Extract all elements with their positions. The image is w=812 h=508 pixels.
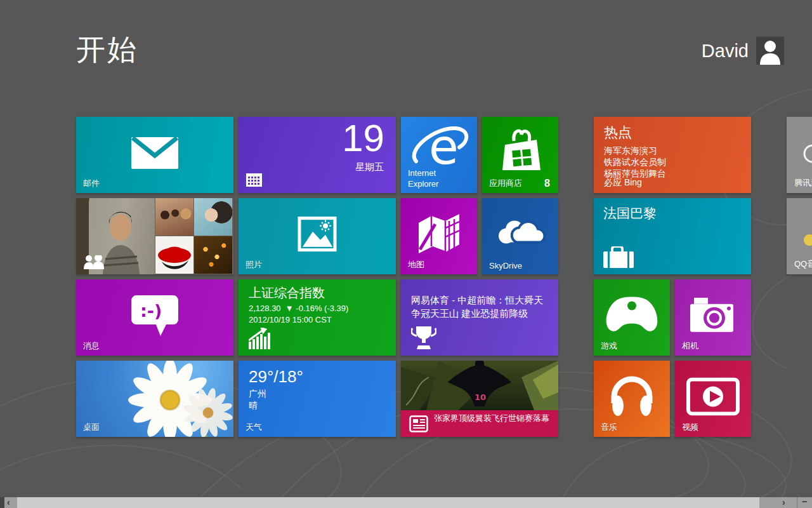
- bing-headline: 海军东海演习: [604, 145, 666, 156]
- skydrive-label: SkyDrive: [489, 261, 522, 271]
- tile-photo-news[interactable]: 10 张家界顶级翼装飞行世锦赛落幕: [401, 361, 558, 437]
- tile-internet-explorer[interactable]: e Internet Explorer: [401, 117, 477, 193]
- scrollbar-divider: [797, 497, 797, 508]
- photo-news-caption-bar: 张家界顶级翼装飞行世锦赛落幕: [401, 410, 558, 437]
- store-label: 应用商店: [489, 178, 522, 189]
- tile-tencent-partial[interactable]: 腾讯新闻: [787, 117, 812, 193]
- qq-music-label: QQ音乐: [794, 258, 812, 270]
- finance-value: 2,128.30: [249, 304, 281, 313]
- camera-label: 相机: [682, 340, 698, 352]
- tile-mail[interactable]: 邮件: [76, 117, 233, 193]
- people-photo-small: [194, 236, 232, 274]
- user-area[interactable]: David: [702, 37, 784, 65]
- tile-video[interactable]: 视频: [675, 361, 751, 437]
- tile-travel[interactable]: 法国巴黎: [594, 198, 751, 274]
- news-icon: [409, 415, 428, 432]
- stock-chart-icon: [249, 328, 274, 349]
- desktop-wallpaper-daisies: [76, 361, 233, 437]
- scrollbar-thumb[interactable]: [17, 497, 759, 508]
- finance-title: 上证综合指数: [249, 284, 325, 302]
- tile-maps[interactable]: 地图: [401, 198, 477, 274]
- svg-text::-): :-): [140, 301, 162, 321]
- store-badge: 8: [544, 178, 550, 189]
- tile-qq-music-partial[interactable]: QQ音乐: [787, 198, 812, 274]
- bing-headline: 铁路试水会员制: [604, 156, 666, 168]
- start-screen: { "header": { "title": "开始", "user_name"…: [0, 0, 812, 508]
- weather-label: 天气: [246, 422, 262, 433]
- weather-city: 广州: [249, 389, 266, 400]
- photos-label: 照片: [246, 259, 262, 271]
- tile-sports-news[interactable]: 网易体育 - 中超前瞻：恒大舜天争冠天王山 建业恐提前降级: [401, 279, 558, 356]
- tile-calendar[interactable]: 19 星期五: [239, 117, 396, 193]
- tile-people[interactable]: [76, 198, 233, 274]
- store-bag-icon: [497, 126, 546, 177]
- travel-title: 法国巴黎: [603, 204, 657, 222]
- tile-bing-news[interactable]: 热点 海军东海演习 铁路试水会员制 杨丽萍告别舞台 必应 Bing: [594, 117, 751, 193]
- weather-temps: 29°/18°: [249, 367, 303, 387]
- skydrive-cloud-icon: [492, 216, 548, 253]
- scrollbar-corner: [0, 497, 4, 508]
- desktop-label: 桌面: [83, 422, 100, 433]
- xbox-controller-icon: [605, 297, 658, 334]
- mail-icon: [131, 137, 178, 169]
- people-photo-small: [155, 198, 193, 236]
- tile-photos[interactable]: 照片: [239, 198, 396, 274]
- bing-title: 热点: [604, 123, 632, 142]
- tile-games[interactable]: 游戏: [594, 279, 670, 356]
- tile-weather[interactable]: 29°/18° 广州 晴 天气: [239, 361, 396, 437]
- user-name: David: [702, 41, 749, 62]
- scroll-left-arrow[interactable]: ‹: [7, 497, 10, 508]
- trophy-icon: [411, 326, 436, 349]
- people-photo-small: [155, 236, 193, 274]
- weather-condition: 晴: [249, 400, 258, 411]
- user-avatar[interactable]: [756, 37, 784, 65]
- tencent-label: 腾讯新闻: [794, 177, 812, 189]
- horizontal-scrollbar[interactable]: ‹ › −: [0, 497, 812, 508]
- photo-news-caption: 张家界顶级翼装飞行世锦赛落幕: [434, 413, 552, 424]
- games-label: 游戏: [601, 340, 617, 352]
- people-icon: [83, 255, 105, 269]
- tile-store[interactable]: 应用商店 8: [482, 117, 558, 193]
- video-player-icon: [686, 377, 740, 415]
- messaging-label: 消息: [83, 340, 100, 352]
- tile-camera[interactable]: 相机: [675, 279, 751, 356]
- qq-music-icon: [802, 222, 812, 248]
- suitcase-icon: [603, 246, 634, 268]
- maps-icon: [416, 213, 462, 255]
- camera-icon: [690, 298, 736, 333]
- people-photo-small: [194, 198, 232, 236]
- tencent-icon: [803, 141, 812, 166]
- svg-text:10: 10: [475, 392, 486, 402]
- tile-messaging[interactable]: :-) 消息: [76, 279, 233, 356]
- scroll-right-arrow[interactable]: ›: [782, 497, 785, 508]
- finance-quote: 2,128.30 ▼ -0.16% (-3.39): [249, 304, 348, 313]
- maps-label: 地图: [408, 259, 424, 271]
- tile-finance[interactable]: 上证综合指数 2,128.30 ▼ -0.16% (-3.39) 2012/10…: [239, 279, 396, 356]
- calendar-icon: [246, 173, 262, 187]
- tile-music[interactable]: 音乐: [594, 361, 670, 437]
- tile-skydrive[interactable]: SkyDrive: [482, 198, 558, 274]
- mail-label: 邮件: [83, 178, 100, 189]
- internet-explorer-label: Internet Explorer: [408, 168, 459, 189]
- red-hat-figure: [155, 236, 193, 274]
- music-label: 音乐: [601, 422, 617, 433]
- wingsuit-photo: 10: [401, 361, 558, 410]
- photos-icon: [298, 217, 337, 252]
- sports-headline: 网易体育 - 中超前瞻：恒大舜天争冠天王山 建业恐提前降级: [411, 293, 547, 320]
- calendar-weekday: 星期五: [355, 161, 384, 173]
- video-label: 视频: [682, 422, 698, 433]
- tile-desktop[interactable]: 桌面: [76, 361, 233, 437]
- finance-change: ▼ -0.16% (-3.39): [285, 304, 349, 313]
- page-title: 开始: [76, 30, 138, 70]
- headphones-icon: [608, 375, 656, 417]
- messaging-bubble-icon: :-): [128, 294, 182, 336]
- finance-timestamp: 2012/10/19 15:00 CST: [249, 315, 332, 324]
- person-icon: [756, 37, 784, 65]
- calendar-day: 19: [342, 118, 384, 159]
- bing-headlines: 海军东海演习 铁路试水会员制 杨丽萍告别舞台: [604, 145, 666, 179]
- semantic-zoom-out-button[interactable]: −: [802, 497, 808, 507]
- bing-footer: 必应 Bing: [604, 177, 642, 189]
